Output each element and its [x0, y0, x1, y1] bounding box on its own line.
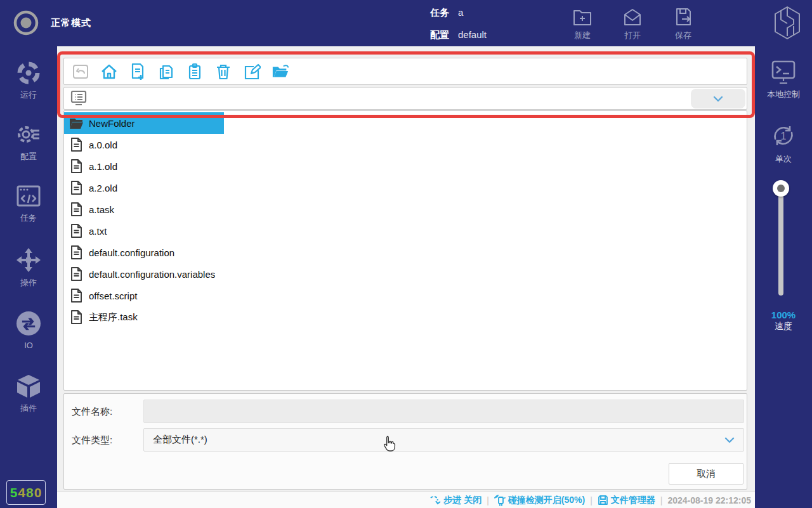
file-name: a.1.old [89, 161, 117, 172]
file-type-icon [69, 202, 83, 216]
terminal-icon [769, 58, 798, 86]
file-row[interactable]: a.0.old [64, 134, 224, 155]
statusbar-separator: | [660, 495, 663, 505]
save-task-label: 保存 [675, 30, 691, 41]
file-type-icon [69, 159, 83, 173]
chevron-down-icon [724, 437, 735, 443]
file-row[interactable]: offset.script [64, 285, 224, 306]
sidebar-item-label: 配置 [20, 151, 37, 162]
file-toolbar [63, 58, 747, 85]
sidebar-item-plugin[interactable]: 插件 [0, 374, 57, 414]
back-icon [72, 63, 89, 81]
file-row[interactable]: a.txt [64, 220, 224, 242]
file-row[interactable]: 主程序.task [64, 306, 224, 328]
home-icon[interactable] [100, 63, 118, 81]
file-row[interactable]: a.1.old [64, 155, 224, 177]
file-name-input[interactable] [143, 400, 744, 423]
view-list-icon [69, 89, 88, 107]
brand-logo-icon [773, 5, 802, 41]
file-name: 主程序.task [89, 311, 138, 323]
task-label: 任务 [430, 7, 449, 19]
speed-slider-track[interactable] [778, 185, 783, 296]
mode-indicator-icon [13, 10, 39, 36]
file-dialog-form: 文件名称: 文件类型: 全部文件(*.*) 取消 [63, 393, 747, 490]
file-type-label: 文件类型: [72, 434, 112, 446]
file-name: a.txt [89, 226, 107, 237]
task-value: a [458, 7, 463, 19]
new-task-button[interactable]: 新建 [562, 6, 603, 41]
top-bar: 正常模式 任务 a 配置 default 新建 [0, 0, 812, 46]
open-task-button[interactable]: 打开 [612, 6, 653, 41]
file-type-value: 全部文件(*.*) [153, 434, 207, 446]
sidebar-item-config[interactable]: 配置 [0, 122, 57, 162]
paste-icon[interactable] [186, 63, 204, 81]
file-row[interactable]: default.configuration.variables [64, 263, 224, 285]
save-task-button[interactable]: 保存 [663, 6, 704, 41]
collision-icon [494, 495, 506, 506]
step-status-text: 步进 关闭 [443, 495, 481, 506]
io-arrows-icon [15, 310, 42, 337]
new-folder-plus-icon [571, 6, 594, 28]
file-name: a.2.old [89, 183, 117, 193]
file-type-icon [69, 267, 83, 281]
file-row[interactable]: default.configuration [64, 242, 224, 263]
file-type-icon [69, 289, 83, 303]
open-envelope-icon [621, 6, 644, 28]
single-cycle-label: 单次 [775, 153, 792, 165]
counter-digit: 0 [34, 485, 43, 500]
file-name: default.configuration [89, 247, 174, 258]
counter-digit: 8 [26, 485, 34, 500]
run-icon [16, 60, 41, 86]
file-type-icon [69, 116, 83, 130]
new-file-icon[interactable] [129, 63, 147, 81]
rename-icon[interactable] [243, 63, 261, 81]
file-name: NewFolder [89, 118, 135, 129]
open-folder-icon[interactable] [272, 63, 289, 81]
file-type-icon [69, 224, 83, 238]
copy-icon[interactable] [157, 63, 175, 81]
file-name: a.0.old [89, 140, 117, 150]
counter-digit: 5 [10, 485, 18, 500]
new-task-label: 新建 [574, 30, 591, 41]
local-control-label: 本地控制 [767, 89, 800, 100]
svg-text:1: 1 [781, 131, 787, 141]
status-bar: 步进 关闭 | 碰撞检测开启(50%) | 文件管理器 | [57, 492, 755, 508]
statusbar-separator: | [590, 495, 593, 505]
save-disk-icon [672, 6, 695, 28]
sidebar-item-run[interactable]: 运行 [0, 60, 57, 101]
file-row[interactable]: a.task [64, 199, 224, 220]
file-row[interactable]: a.2.old [64, 177, 224, 199]
config-label: 配置 [430, 29, 449, 41]
sidebar-item-label: 运行 [20, 89, 37, 101]
step-arrow-icon [429, 495, 441, 505]
sidebar-item-operate[interactable]: 操作 [0, 247, 57, 289]
local-control-button[interactable]: 本地控制 [755, 58, 812, 100]
sidebar-item-task[interactable]: 任务 [0, 183, 57, 224]
cancel-button[interactable]: 取消 [669, 463, 743, 485]
file-name: a.task [89, 204, 114, 215]
file-list: NewFolder a.0.old [63, 110, 747, 391]
counter-digit: 4 [18, 485, 26, 500]
single-cycle-button[interactable]: 1 单次 [755, 121, 812, 165]
sidebar-item-label: 任务 [20, 212, 37, 224]
file-type-select[interactable]: 全部文件(*.*) [143, 428, 744, 452]
path-combobox[interactable] [63, 87, 747, 110]
delete-icon[interactable] [214, 63, 232, 81]
speed-slider-handle[interactable] [773, 180, 789, 197]
counter-badge: 5480 [6, 480, 46, 505]
path-dropdown-button[interactable] [691, 89, 745, 108]
task-code-icon [15, 183, 42, 209]
sidebar-item-io[interactable]: IO [0, 310, 57, 350]
file-manager-icon [598, 495, 608, 505]
left-sidebar: 运行 配置 任务 [0, 46, 57, 508]
speed-label: 速度 [755, 321, 812, 332]
active-tool-text: 文件管理器 [611, 495, 655, 506]
single-cycle-icon: 1 [769, 121, 798, 150]
file-name: default.configuration.variables [89, 269, 215, 280]
config-gear-icon [15, 122, 42, 147]
sidebar-item-label: IO [24, 341, 33, 350]
speed-percent-value: 100% [755, 309, 812, 320]
right-sidebar: 本地控制 1 单次 100% 速度 [755, 46, 812, 508]
file-row[interactable]: NewFolder [64, 112, 224, 134]
operate-arrows-icon [15, 247, 42, 273]
